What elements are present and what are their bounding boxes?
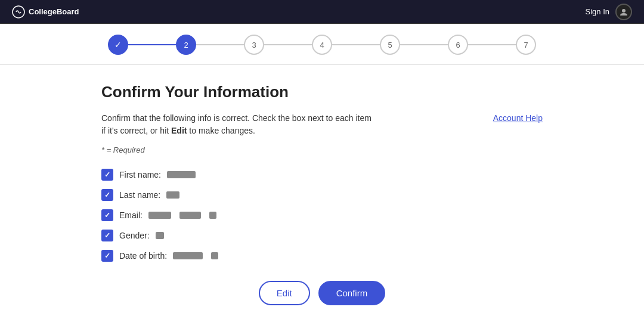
last-name-checkbox[interactable] [101,189,113,201]
gender-label: Gender: [119,231,150,240]
logo: CollegeBoard [12,5,79,18]
avatar[interactable] [615,4,632,20]
main-content: Confirm Your Information Confirm that th… [89,65,555,316]
progress-bar: ✓ 2 3 4 5 6 7 [0,24,644,65]
step-2: 2 [176,35,196,55]
description-part2: to make changes. [187,126,255,135]
step-1-check: ✓ [114,40,122,49]
step-line-4 [332,44,380,45]
email-value-3 [209,212,216,219]
last-name-value [166,191,179,199]
first-name-checkbox[interactable] [101,169,113,181]
dob-label: Date of birth: [119,251,167,261]
gender-row: Gender: [101,230,543,241]
step-line-6 [468,44,516,45]
edit-button[interactable]: Edit [259,281,310,305]
step-4-label: 4 [320,41,324,49]
step-line-3 [264,44,312,45]
step-6: 6 [448,35,468,55]
step-7-label: 7 [524,41,528,49]
step-1: ✓ [108,35,128,55]
button-row: Edit Confirm [101,281,543,305]
dob-row: Date of birth: [101,250,543,262]
dob-checkbox[interactable] [101,250,113,262]
step-line-2 [196,44,244,45]
confirm-button[interactable]: Confirm [318,281,386,305]
dob-value-2 [211,252,218,259]
header: CollegeBoard Sign In [0,0,644,24]
description-row: Confirm that the following info is corre… [101,112,543,137]
account-help-link[interactable]: Account Help [493,113,543,123]
step-line-5 [400,44,448,45]
dob-value-1 [173,252,203,259]
sign-in-button[interactable]: Sign In [586,7,609,16]
email-row: Email: [101,209,543,221]
step-wrapper: ✓ 2 3 4 5 6 7 [108,35,536,55]
email-value-2 [179,212,201,219]
email-label: Email: [119,210,143,220]
step-3: 3 [244,35,264,55]
email-checkbox[interactable] [101,209,113,221]
step-3-label: 3 [252,41,256,49]
step-4: 4 [312,35,332,55]
first-name-label: First name: [119,170,161,179]
step-5-label: 5 [388,41,392,49]
step-7: 7 [516,35,536,55]
step-6-label: 6 [456,41,460,49]
page-title: Confirm Your Information [101,83,543,101]
required-note: * = Required [101,145,543,154]
description-bold: Edit [171,126,187,135]
last-name-label: Last name: [119,190,160,200]
step-line-1 [128,44,176,45]
form-items: First name: Last name: Email: Gender: Da… [101,169,543,262]
first-name-row: First name: [101,169,543,181]
step-2-label: 2 [184,41,188,49]
first-name-value [167,171,196,178]
collegeboard-logo-icon [12,5,25,18]
email-value-1 [148,212,171,219]
step-5: 5 [380,35,400,55]
logo-text: CollegeBoard [29,7,79,16]
svg-point-1 [622,9,626,13]
user-icon [619,7,628,17]
gender-checkbox[interactable] [101,230,113,241]
header-right: Sign In [586,4,632,20]
last-name-row: Last name: [101,189,543,201]
gender-value [156,232,164,239]
description-text: Confirm that the following info is corre… [101,112,376,137]
